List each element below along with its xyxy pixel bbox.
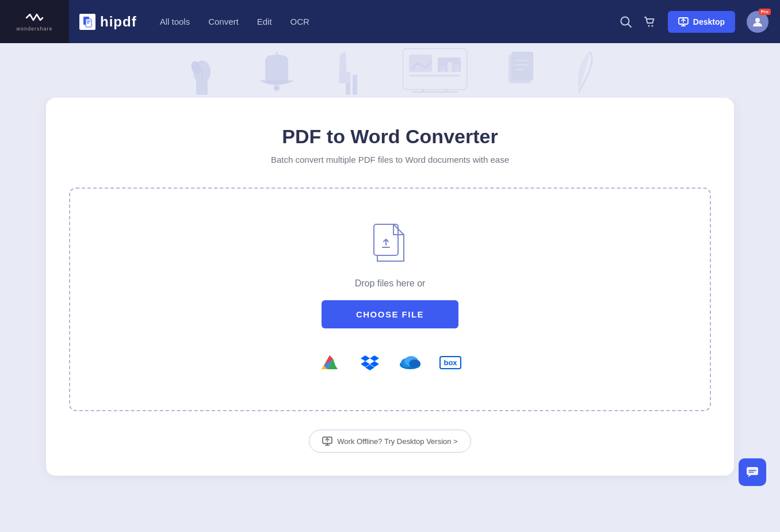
upload-icon-wrap — [372, 223, 408, 267]
choose-file-button[interactable]: CHOOSE FILE — [322, 300, 458, 328]
drop-text: Drop files here or — [355, 278, 426, 289]
box-label: box — [439, 356, 461, 369]
desktop-promo: Work Offline? Try Desktop Version > — [69, 430, 711, 453]
svg-line-5 — [628, 24, 631, 27]
box-button[interactable]: box — [437, 349, 464, 376]
navbar-actions: Desktop Pro — [620, 11, 768, 33]
chat-fab-button[interactable] — [739, 458, 766, 486]
converter-subtitle: Batch convert multiple PDF files to Word… — [69, 155, 711, 164]
svg-rect-3 — [87, 22, 89, 24]
converter-title: PDF to Word Converter — [69, 125, 711, 148]
svg-rect-24 — [409, 55, 432, 72]
svg-rect-29 — [454, 64, 459, 72]
desktop-btn-label: Desktop — [693, 17, 725, 26]
upload-icon — [372, 223, 408, 265]
svg-point-7 — [651, 25, 653, 26]
navbar-nav: All tools Convert Edit OCR — [160, 14, 620, 29]
onedrive-button[interactable] — [397, 349, 423, 376]
drop-zone[interactable]: Drop files here or CHOOSE FILE — [69, 187, 711, 411]
cloud-icons: box — [316, 349, 464, 376]
wondershare-logo: wondershare — [0, 0, 69, 43]
search-button[interactable] — [620, 16, 632, 28]
svg-marker-47 — [361, 355, 370, 361]
google-drive-button[interactable] — [316, 349, 343, 376]
desktop-promo-label: Work Offline? Try Desktop Version > — [337, 437, 457, 446]
svg-rect-34 — [511, 52, 533, 81]
desktop-button[interactable]: Desktop — [668, 11, 735, 33]
svg-rect-60 — [747, 467, 758, 475]
svg-rect-28 — [448, 62, 452, 72]
dropbox-button[interactable] — [357, 349, 383, 376]
hipdf-logo: hipdf — [79, 14, 137, 30]
pro-badge: Pro — [759, 9, 771, 15]
avatar-wrap[interactable]: Pro — [747, 11, 768, 33]
cart-button[interactable] — [644, 16, 656, 28]
svg-rect-21 — [353, 75, 357, 95]
nav-ocr[interactable]: OCR — [290, 14, 309, 29]
svg-marker-48 — [370, 355, 379, 361]
svg-rect-19 — [346, 83, 350, 95]
hipdf-logo-icon — [79, 14, 95, 30]
svg-point-12 — [755, 18, 760, 22]
svg-rect-27 — [441, 66, 445, 72]
nav-convert[interactable]: Convert — [208, 14, 239, 29]
navbar: wondershare hipdf All tools Convert Edit… — [0, 0, 780, 43]
svg-point-17 — [274, 85, 280, 91]
svg-rect-2 — [87, 21, 90, 22]
svg-point-55 — [409, 359, 420, 368]
nav-edit[interactable]: Edit — [257, 14, 272, 29]
hero-banner — [0, 43, 780, 98]
wondershare-label: wondershare — [16, 26, 52, 32]
hipdf-text: hipdf — [100, 14, 137, 30]
main-content: PDF to Word Converter Batch convert mult… — [0, 98, 780, 499]
nav-all-tools[interactable]: All tools — [160, 14, 190, 29]
hero-decorations — [0, 46, 780, 95]
desktop-promo-button[interactable]: Work Offline? Try Desktop Version > — [309, 430, 471, 453]
svg-point-6 — [648, 25, 649, 26]
svg-rect-26 — [409, 75, 461, 76]
converter-card: PDF to Word Converter Batch convert mult… — [46, 98, 734, 476]
